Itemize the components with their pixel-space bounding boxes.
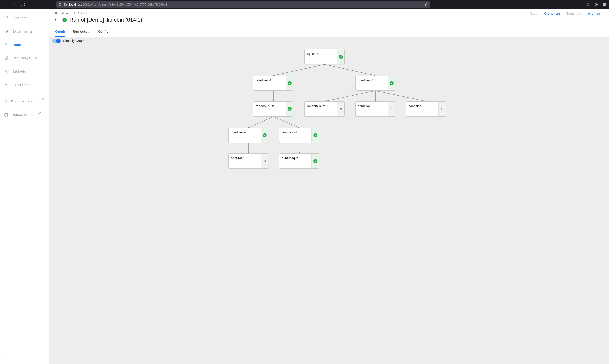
url-rest: :8080/#/runs/details/a4eb2bf5-4b55-44c5-… (81, 3, 167, 6)
chevron-right-icon (73, 12, 76, 15)
graph-node-label: print-msg-2 (279, 154, 311, 163)
browser-chrome: localhost:8080/#/runs/details/a4eb2bf5-4… (0, 0, 609, 9)
sidebar-item-documentation[interactable]: Documentation (0, 94, 49, 108)
graph-node-label: condition-5 (355, 102, 388, 110)
artifacts-icon (4, 69, 9, 74)
graph-node-label: random-num (254, 102, 285, 110)
sidebar-item-artifacts[interactable]: Artifacts (0, 65, 49, 78)
graph-node-random-num-2[interactable]: random-num-2 (305, 101, 345, 117)
graph-node-print-msg-2[interactable]: print-msg-2 (279, 154, 319, 169)
graph-node-random-num[interactable]: random-num (253, 101, 293, 117)
breadcrumb-root[interactable]: Experiments (55, 12, 72, 15)
page-icon (64, 3, 67, 6)
simplify-graph-label: Simplify Graph (63, 39, 84, 42)
graph-node-label: condition-3 (279, 128, 311, 137)
svg-line-13 (324, 91, 375, 101)
svg-point-3 (6, 43, 7, 44)
status-omitted-icon (438, 102, 446, 116)
graph-node-label: condition-1 (254, 76, 285, 85)
experiments-icon (4, 29, 9, 33)
status-omitted-icon (261, 154, 268, 169)
svg-rect-28 (392, 108, 392, 110)
browser-reload-button[interactable] (21, 2, 26, 7)
action-terminate: Terminate (564, 12, 584, 15)
graph-canvas[interactable]: flip-coincondition-1condition-4random-nu… (49, 45, 609, 364)
external-link-icon (40, 97, 45, 102)
sidebar-item-label: Experiments (13, 29, 33, 33)
graph-node-label: condition-4 (355, 76, 388, 85)
graph-node-condition-3[interactable]: condition-3 (279, 128, 319, 143)
action-clone-run[interactable]: Clone run (542, 12, 562, 15)
sidebar-collapse-button[interactable] (0, 351, 49, 364)
sidebar-item-experiments[interactable]: Experiments (0, 25, 49, 38)
sidebar-item-label: Artifacts (13, 69, 26, 73)
play-icon (4, 82, 9, 87)
page-title: Run of [Demo] flip-coin (014f1) (69, 17, 142, 23)
tab-run-output[interactable]: Run output (73, 26, 91, 37)
svg-rect-27 (341, 108, 341, 110)
sidebar-divider (4, 93, 45, 93)
url-host: localhost (69, 3, 81, 6)
status-success-icon (388, 76, 395, 91)
graph-node-print-msg[interactable]: print-msg (228, 154, 268, 169)
run-status-icon (62, 18, 67, 22)
browser-url-bar[interactable]: localhost:8080/#/runs/details/a4eb2bf5-4… (56, 1, 430, 8)
sidebar-item-runs[interactable]: Runs (0, 38, 49, 51)
svg-line-21 (273, 117, 299, 128)
sidebar-item-pipelines[interactable]: Pipelines (0, 11, 49, 25)
external-link-icon (38, 111, 42, 116)
sidebar-item-executions[interactable]: Executions (0, 78, 49, 91)
sidebar-item-label: Pipelines (13, 16, 27, 20)
status-success-icon (337, 50, 344, 64)
simplify-graph-toggle[interactable] (52, 39, 60, 42)
status-omitted-icon (337, 102, 344, 116)
hamburger-menu-icon[interactable] (602, 2, 606, 6)
status-success-icon (311, 128, 319, 143)
svg-line-17 (375, 91, 426, 101)
svg-point-0 (5, 16, 5, 17)
graph-node-flip-coin[interactable]: flip-coin (305, 49, 345, 64)
tab-config[interactable]: Config (98, 26, 108, 37)
clock-icon (4, 56, 9, 60)
graph-node-label: condition-2 (229, 128, 261, 137)
graph-node-label: print-msg (229, 154, 261, 163)
runs-icon (4, 42, 9, 47)
back-button[interactable] (53, 17, 60, 23)
breadcrumb-leaf[interactable]: Default (77, 12, 87, 15)
overflow-chevrons-icon[interactable] (594, 2, 598, 6)
sidebar-item-label: Runs (13, 43, 21, 47)
action-archive[interactable]: Archive (585, 12, 603, 15)
svg-rect-30 (265, 160, 265, 162)
url-text: localhost:8080/#/runs/details/a4eb2bf5-4… (69, 3, 167, 6)
browser-forward-button[interactable] (12, 2, 17, 7)
main-content: Experiments Default Retry Clone run Term… (49, 9, 609, 364)
pipelines-icon (4, 16, 9, 20)
status-success-icon (261, 128, 268, 143)
svg-point-1 (7, 16, 8, 17)
browser-back-button[interactable] (3, 2, 8, 7)
graph-node-condition-4[interactable]: condition-4 (355, 76, 395, 91)
sidebar-item-recurring-runs[interactable]: Recurring Runs (0, 51, 49, 65)
extensions-icon[interactable] (586, 2, 590, 6)
action-retry: Retry (527, 12, 540, 15)
graph-node-label: flip-coin (305, 50, 337, 58)
graph-node-condition-2[interactable]: condition-2 (228, 128, 268, 143)
tab-graph[interactable]: Graph (55, 26, 65, 37)
svg-rect-29 (443, 108, 443, 110)
status-success-icon (311, 154, 319, 169)
status-success-icon (285, 76, 293, 91)
status-omitted-icon (388, 102, 395, 116)
tabs: Graph Run output Config (49, 26, 609, 37)
svg-line-19 (248, 117, 273, 128)
graph-node-condition-6[interactable]: condition-6 (406, 101, 446, 117)
sidebar-divider (4, 123, 45, 123)
sidebar-item-label: Executions (13, 83, 30, 87)
chevron-left-icon (4, 355, 8, 359)
graph-node-condition-5[interactable]: condition-5 (355, 101, 395, 117)
bookmark-star-icon[interactable] (425, 3, 428, 6)
sidebar-item-github[interactable]: Github Repo (0, 108, 49, 122)
graph-node-condition-1[interactable]: condition-1 (253, 76, 293, 91)
sidebar-item-label: Documentation (11, 99, 35, 103)
svg-point-2 (6, 18, 6, 19)
graph-node-label: random-num-2 (305, 102, 337, 110)
